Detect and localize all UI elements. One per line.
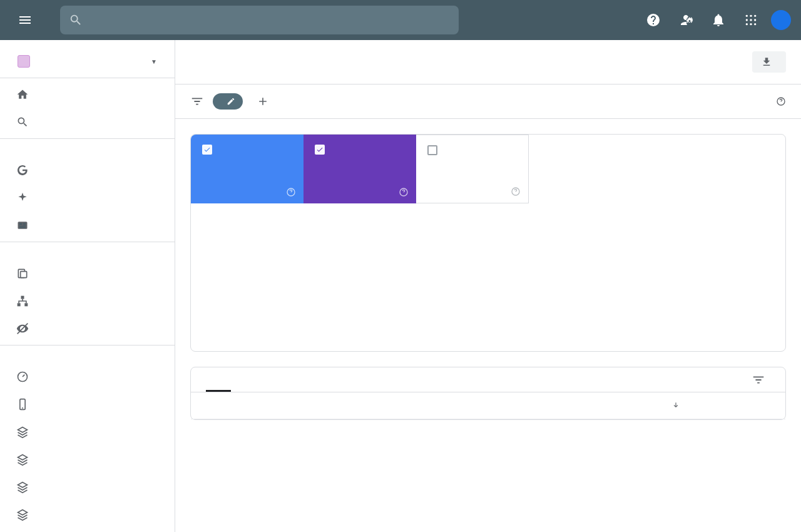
svg-point-8 — [754, 23, 756, 25]
date-filter-chip[interactable] — [213, 93, 243, 110]
sidebar-item-google-news[interactable] — [0, 212, 175, 239]
svg-rect-10 — [19, 223, 22, 225]
new-filter-button[interactable] — [252, 95, 274, 108]
svg-rect-19 — [24, 303, 28, 306]
header-actions — [641, 8, 791, 33]
data-table — [191, 392, 785, 419]
sidebar-item-removals[interactable] — [0, 315, 175, 342]
chart — [191, 203, 785, 351]
layers-icon — [15, 452, 30, 467]
help-icon[interactable] — [286, 187, 296, 197]
metric-total-clicks[interactable] — [191, 135, 304, 203]
checkbox-icon — [315, 145, 325, 155]
svg-rect-17 — [21, 296, 24, 299]
sidebar-item-url-inspection[interactable] — [0, 108, 175, 136]
removals-icon — [15, 321, 30, 336]
checkbox-icon — [202, 145, 212, 155]
svg-point-4 — [750, 19, 752, 21]
chart-svg — [203, 221, 773, 334]
section-title-index — [0, 245, 175, 260]
page-header — [175, 40, 801, 84]
tab-devices[interactable] — [256, 369, 281, 391]
google-g-icon — [15, 163, 30, 178]
last-updated — [772, 96, 786, 106]
sidebar-item-products[interactable] — [0, 501, 175, 528]
svg-point-5 — [754, 19, 756, 21]
tab-countries[interactable] — [231, 369, 256, 391]
performance-card — [190, 134, 786, 352]
property-icon — [18, 55, 30, 68]
hamburger-menu[interactable] — [10, 13, 40, 28]
sidebar-item-logos[interactable] — [0, 473, 175, 501]
manage-users-icon[interactable] — [673, 8, 698, 33]
download-icon — [761, 56, 772, 68]
arrow-down-icon — [671, 401, 680, 410]
discover-icon — [15, 190, 30, 205]
svg-rect-14 — [19, 227, 26, 228]
sidebar-item-overview[interactable] — [0, 81, 175, 108]
help-icon[interactable] — [776, 96, 786, 106]
table-filter-icon[interactable] — [747, 368, 770, 392]
coverage-icon — [15, 266, 30, 281]
layers-icon — [15, 507, 30, 522]
export-button[interactable] — [752, 51, 786, 73]
chevron-down-icon: ▼ — [151, 58, 157, 65]
col-header-clicks[interactable] — [595, 401, 683, 410]
filter-row — [175, 84, 801, 119]
svg-point-6 — [746, 23, 748, 25]
sidebar-item-mobile-usability[interactable] — [0, 391, 175, 418]
search-bar[interactable] — [60, 6, 459, 34]
sidebar-item-coverage[interactable] — [0, 260, 175, 287]
tab-dates[interactable] — [281, 369, 306, 391]
app-header — [0, 0, 801, 40]
sitemap-icon — [15, 294, 30, 309]
apps-icon[interactable] — [738, 8, 763, 33]
main-content — [175, 40, 801, 532]
svg-point-0 — [746, 15, 748, 17]
metric-total-impressions[interactable] — [304, 135, 416, 203]
svg-rect-12 — [23, 225, 26, 225]
tabs — [191, 367, 785, 392]
table-header — [191, 392, 785, 419]
help-icon[interactable] — [399, 187, 409, 197]
sidebar-item-search-results[interactable] — [0, 156, 175, 184]
table-card — [190, 367, 786, 420]
section-title-enhancements — [0, 348, 175, 363]
home-icon — [15, 87, 30, 102]
svg-point-3 — [746, 19, 748, 21]
sidebar: ▼ — [0, 40, 175, 532]
search-icon — [15, 115, 30, 130]
metric-avg-ctr[interactable] — [416, 135, 529, 203]
sidebar-item-discover[interactable] — [0, 184, 175, 212]
news-icon — [15, 218, 30, 233]
help-icon[interactable] — [641, 8, 666, 33]
search-icon — [69, 13, 83, 27]
svg-rect-11 — [23, 223, 26, 224]
sidebar-item-breadcrumbs[interactable] — [0, 418, 175, 446]
svg-rect-16 — [21, 272, 27, 278]
notifications-icon[interactable] — [706, 8, 731, 33]
mobile-icon — [15, 397, 30, 412]
svg-rect-13 — [19, 226, 26, 227]
search-input[interactable] — [91, 14, 450, 26]
section-title-performance — [0, 141, 175, 156]
help-icon[interactable] — [511, 187, 521, 197]
plus-icon — [257, 95, 269, 108]
avatar[interactable] — [771, 10, 791, 30]
edit-icon — [227, 97, 235, 106]
filter-icon[interactable] — [190, 95, 204, 108]
layers-icon — [15, 479, 30, 494]
svg-rect-18 — [18, 303, 21, 306]
svg-point-2 — [754, 15, 756, 17]
layers-icon — [15, 424, 30, 439]
tab-pages[interactable] — [206, 367, 231, 392]
sidebar-item-events[interactable] — [0, 446, 175, 473]
svg-point-1 — [750, 15, 752, 17]
sidebar-item-core-web-vitals[interactable] — [0, 363, 175, 391]
speed-icon — [15, 369, 30, 384]
property-selector[interactable]: ▼ — [5, 49, 170, 74]
svg-point-7 — [750, 23, 752, 25]
sidebar-item-sitemaps[interactable] — [0, 287, 175, 315]
metrics-row — [191, 135, 785, 203]
checkbox-icon — [427, 145, 437, 155]
